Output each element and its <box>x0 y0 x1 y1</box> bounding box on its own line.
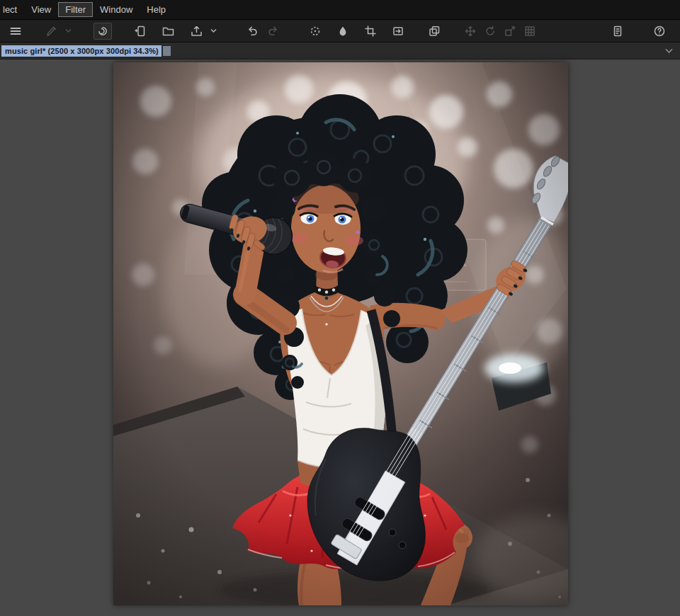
device-button[interactable] <box>132 23 148 39</box>
help-button[interactable] <box>652 23 667 39</box>
folder-icon <box>162 25 175 38</box>
undo-icon <box>246 25 259 38</box>
main-toolbar <box>0 20 680 42</box>
workspace <box>0 59 680 616</box>
crop-icon <box>364 25 377 38</box>
chevron-down-icon <box>665 48 673 54</box>
spiral-icon <box>96 25 109 38</box>
export-options-button[interactable] <box>209 27 218 35</box>
hamburger-icon <box>9 25 22 38</box>
grid-icon <box>523 25 536 38</box>
menu-bar: lect View Filter Window Help <box>0 0 680 20</box>
help-icon <box>653 25 666 38</box>
selection-button[interactable] <box>307 23 323 39</box>
menu-item-window[interactable]: Window <box>93 2 140 17</box>
menu-item-view[interactable]: View <box>24 2 58 17</box>
export-button[interactable] <box>188 23 205 39</box>
grid-button[interactable] <box>522 23 538 39</box>
flip-canvas-icon <box>392 25 404 38</box>
menu-item-select[interactable]: lect <box>0 2 24 17</box>
dashed-circle-icon <box>309 25 322 38</box>
canvas-tab-dropdown-button[interactable] <box>664 44 674 57</box>
open-file-button[interactable] <box>160 23 176 39</box>
rotate-arrow-icon <box>484 25 497 38</box>
scale-button[interactable] <box>502 23 518 39</box>
export-tray-icon <box>190 25 203 38</box>
document-tab-title: music girl* (2500 x 3000px 300dpi 34.3%) <box>1 45 162 57</box>
tab-marker <box>163 46 171 56</box>
brush-options-button[interactable] <box>64 27 73 35</box>
canvas-artwork[interactable] <box>113 62 568 605</box>
tablet-sync-icon <box>134 25 147 38</box>
document-icon <box>611 25 624 38</box>
brush-icon <box>45 25 58 38</box>
droplet-icon <box>336 25 349 38</box>
move-button[interactable] <box>463 23 478 39</box>
menu-item-help[interactable]: Help <box>140 2 173 17</box>
vignette <box>113 62 568 605</box>
crop-button[interactable] <box>363 23 378 39</box>
duplicate-layer-button[interactable] <box>426 23 442 39</box>
paint-app-window: lect View Filter Window Help <box>0 0 680 616</box>
menu-item-filter[interactable]: Filter <box>58 2 93 17</box>
document-tab-bar: music girl* (2500 x 3000px 300dpi 34.3%) <box>0 42 680 59</box>
rotate-button[interactable] <box>482 23 498 39</box>
scale-icon <box>504 25 516 38</box>
redo-icon <box>266 25 280 38</box>
chevron-down-icon <box>65 28 72 33</box>
chevron-down-icon <box>210 28 217 33</box>
material-panel-button[interactable] <box>610 23 625 39</box>
layers-icon <box>428 25 441 38</box>
document-tab[interactable]: music girl* (2500 x 3000px 300dpi 34.3%) <box>1 45 171 57</box>
fill-button[interactable] <box>335 23 351 39</box>
move-icon <box>464 25 477 38</box>
rotate-view-button[interactable] <box>94 23 112 40</box>
undo-button[interactable] <box>244 23 261 39</box>
flip-canvas-button[interactable] <box>390 23 406 39</box>
redo-button[interactable] <box>265 23 281 39</box>
menu-button[interactable] <box>8 23 23 39</box>
brush-tool-button[interactable] <box>44 23 60 39</box>
